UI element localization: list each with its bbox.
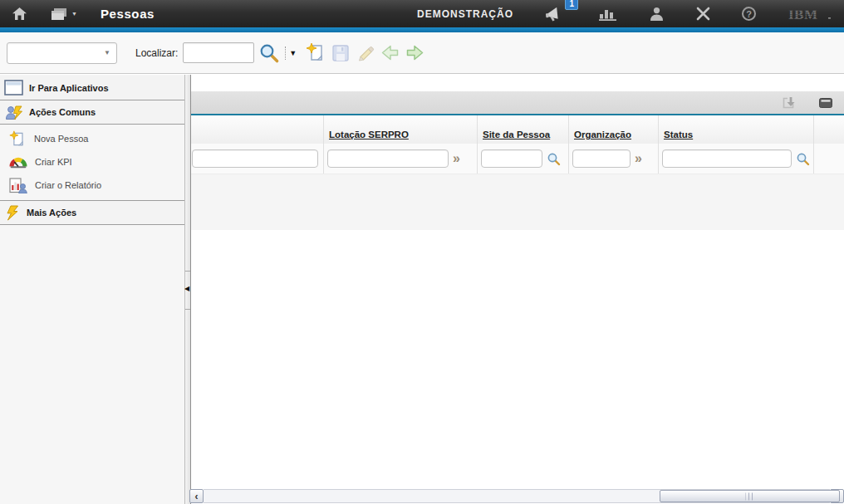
window-icon bbox=[4, 80, 23, 95]
common-actions-icon bbox=[4, 105, 23, 120]
filter-input-site-da-pessoa[interactable] bbox=[481, 149, 542, 168]
main-toolbar: ▼ Localizar: ▼ bbox=[0, 32, 844, 74]
results-table-filter-row: » » bbox=[191, 144, 844, 174]
sidebar-item-label: Nova Pessoa bbox=[34, 134, 88, 144]
chevron-down-icon: ▼ bbox=[104, 49, 110, 56]
toolbar-separator bbox=[285, 46, 286, 60]
sidebar-item-label: Criar o Relatório bbox=[35, 180, 101, 190]
lookup-magnifier-icon[interactable] bbox=[547, 152, 561, 166]
localizar-input[interactable] bbox=[183, 42, 254, 63]
profile-icon[interactable] bbox=[649, 7, 665, 21]
close-icon[interactable] bbox=[696, 7, 710, 21]
scroll-left-icon: ‹ bbox=[195, 492, 199, 502]
filter-input-lotacao-serpro[interactable] bbox=[327, 149, 449, 168]
kpi-gauge-icon bbox=[9, 155, 27, 169]
minimize-portlet-icon[interactable] bbox=[819, 98, 832, 108]
applications-menu-icon[interactable]: ▼ bbox=[51, 7, 77, 21]
announcements-icon[interactable]: 1 bbox=[545, 6, 567, 22]
sash-notch bbox=[185, 309, 190, 310]
sash-notch bbox=[185, 271, 190, 272]
top-bar: ▼ Pessoas DEMONSTRAÇÃO 1 bbox=[0, 0, 844, 27]
results-empty-area bbox=[191, 174, 844, 230]
localizar-label: Localizar: bbox=[135, 47, 178, 59]
filter-input-status[interactable] bbox=[662, 149, 792, 168]
chevron-down-icon: ▼ bbox=[71, 11, 77, 17]
topbar-right: DEMONSTRAÇÃO 1 bbox=[417, 6, 836, 22]
svg-text:IBM: IBM bbox=[788, 7, 818, 22]
filter-input-organizacao[interactable] bbox=[572, 149, 631, 168]
sidebar-item-go-to-apps[interactable]: Ir Para Aplicativos bbox=[0, 76, 184, 100]
sidebar-item-label: Criar KPI bbox=[35, 157, 72, 167]
sidebar-item-label: Ir Para Aplicativos bbox=[29, 83, 109, 93]
filter-cell-spacer bbox=[814, 144, 844, 174]
workspace: Ir Para Aplicativos Ações Comuns bbox=[0, 75, 844, 504]
sidebar-item-criar-relatorio[interactable]: Criar o Relatório bbox=[0, 174, 184, 197]
scrollbar-track[interactable] bbox=[204, 489, 830, 503]
column-header-status[interactable]: Status bbox=[659, 115, 814, 144]
home-icon[interactable] bbox=[12, 7, 27, 21]
results-table-toolbar bbox=[191, 91, 844, 115]
new-record-icon[interactable] bbox=[306, 42, 326, 63]
previous-record-icon bbox=[380, 42, 400, 63]
sidebar-item-criar-kpi[interactable]: Criar KPI bbox=[0, 150, 184, 174]
scrollbar-thumb[interactable] bbox=[660, 490, 840, 502]
lookup-magnifier-icon[interactable] bbox=[796, 152, 810, 166]
application-window: ▼ Pessoas DEMONSTRAÇÃO 1 bbox=[0, 0, 844, 504]
sidebar-section-more-actions[interactable]: Mais Ações bbox=[0, 201, 184, 225]
new-record-icon bbox=[9, 130, 27, 148]
reports-chart-icon[interactable] bbox=[598, 7, 617, 21]
sidebar-collapse-sash[interactable]: ◀ bbox=[184, 75, 191, 504]
notification-badge: 1 bbox=[565, 0, 578, 10]
environment-label: DEMONSTRAÇÃO bbox=[417, 8, 513, 20]
save-icon bbox=[331, 43, 351, 63]
select-value-chevron-icon[interactable]: » bbox=[635, 152, 642, 165]
results-table-header-row: Lotação SERPRO Site da Pessoa Organizaçã… bbox=[191, 115, 844, 144]
sidebar-actions-list: Nova Pessoa Criar KPI bbox=[0, 125, 184, 201]
next-record-icon[interactable] bbox=[405, 42, 425, 63]
filter-cell-lotacao-serpro: » bbox=[324, 144, 478, 174]
scroll-left-button[interactable]: ‹ bbox=[189, 489, 204, 503]
lightning-icon bbox=[4, 205, 21, 221]
select-value-chevron-icon[interactable]: » bbox=[453, 152, 460, 165]
filter-cell-site-da-pessoa bbox=[478, 144, 569, 174]
filter-cell-status bbox=[659, 144, 814, 174]
download-icon[interactable] bbox=[782, 96, 797, 110]
topbar-left: ▼ Pessoas bbox=[8, 7, 155, 21]
column-header-spacer bbox=[814, 115, 844, 144]
sidebar-section-common-actions[interactable]: Ações Comuns bbox=[0, 100, 184, 125]
ibm-logo: IBM bbox=[788, 7, 832, 22]
page-title: Pessoas bbox=[101, 7, 155, 21]
sidebar-item-nova-pessoa[interactable]: Nova Pessoa bbox=[0, 127, 184, 150]
column-header-site-da-pessoa[interactable]: Site da Pessoa bbox=[478, 115, 569, 144]
column-header bbox=[191, 115, 324, 144]
filter-cell bbox=[191, 144, 324, 174]
report-icon bbox=[9, 178, 27, 193]
search-icon[interactable] bbox=[258, 42, 280, 64]
horizontal-scrollbar[interactable]: ‹ › bbox=[189, 489, 844, 503]
column-header-lotacao-serpro[interactable]: Lotação SERPRO bbox=[324, 115, 478, 144]
column-header-organizacao[interactable]: Organização bbox=[569, 115, 659, 144]
filter-cell-organizacao: » bbox=[569, 144, 659, 174]
filter-input-col1[interactable] bbox=[192, 149, 318, 168]
results-panel: Lotação SERPRO Site da Pessoa Organizaçã… bbox=[191, 75, 844, 504]
search-options-caret-icon[interactable]: ▼ bbox=[289, 49, 297, 57]
collapse-sidebar-icon[interactable]: ◀ bbox=[184, 284, 189, 294]
sidebar-section-label: Ações Comuns bbox=[29, 107, 96, 117]
sidebar-section-label: Mais Ações bbox=[27, 208, 76, 218]
edit-icon bbox=[355, 42, 375, 63]
sidebar: Ir Para Aplicativos Ações Comuns bbox=[0, 75, 184, 504]
help-icon[interactable]: ? bbox=[742, 7, 756, 21]
app-switcher-select[interactable]: ▼ bbox=[7, 42, 117, 64]
